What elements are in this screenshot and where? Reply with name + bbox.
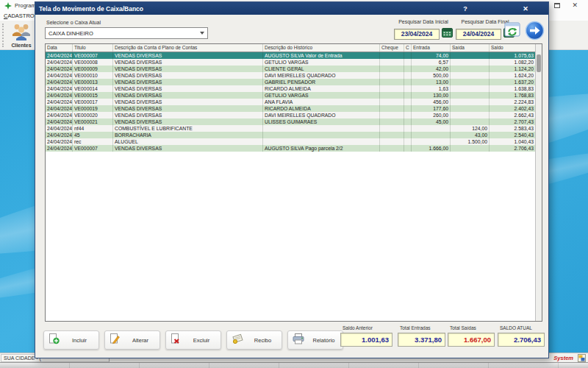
saldo-atual-value: 2.706,43 bbox=[514, 336, 541, 344]
table-row[interactable]: 24/04/2024VE000007VENDAS DIVERSASAUGUSTO… bbox=[46, 145, 535, 152]
cell-c bbox=[404, 112, 412, 118]
table-row[interactable]: 24/04/2024VE000015VENDAS DIVERSASGETULIO… bbox=[46, 92, 535, 99]
cell-entrada bbox=[412, 138, 451, 145]
close-window-icon[interactable]: ✕ bbox=[572, 2, 578, 9]
cell-historico: AUGUSTO SILVA Pago parcela 2/2 bbox=[263, 145, 380, 152]
cell-saida bbox=[451, 105, 490, 112]
recibo-button[interactable]: Recibo bbox=[226, 330, 282, 350]
cell-saldo: 2.402,43 bbox=[490, 105, 535, 112]
cell-c bbox=[404, 52, 412, 59]
cell-saldo: 2.583,43 bbox=[490, 125, 535, 132]
saldo-atual-label: SALDO ATUAL bbox=[498, 325, 545, 333]
grid-rows: 24/04/2024VE000007VENDAS DIVERSASAUGUSTO… bbox=[46, 52, 535, 321]
table-row[interactable]: 24/04/2024VE000020VENDAS DIVERSASDAVI ME… bbox=[46, 112, 535, 118]
table-row[interactable]: 24/04/2024VE000017VENDAS DIVERSASANA FLA… bbox=[46, 99, 535, 105]
menu-cadastros[interactable]: CADASTROS bbox=[4, 13, 38, 19]
column-header-conta[interactable]: Descrição da Conta d Plano de Contas bbox=[113, 44, 263, 52]
cell-historico: GABRIEL PENSADOR bbox=[263, 79, 380, 85]
caixa-selected-value: CAIXA DINHEIRO bbox=[49, 30, 200, 37]
column-header-cheque[interactable]: Cheque bbox=[380, 44, 404, 52]
table-row[interactable]: 24/04/2024nf44COMBUSTÍVEL E LUBRIFICANTE… bbox=[46, 125, 535, 132]
column-header-saida[interactable]: Saída bbox=[451, 44, 490, 52]
cell-saida bbox=[451, 66, 490, 72]
caixa-select[interactable]: CAIXA DINHEIRO bbox=[45, 27, 208, 39]
table-row[interactable]: 24/04/2024VE000009VENDAS DIVERSASCLIENTE… bbox=[46, 66, 535, 72]
table-row[interactable]: 24/04/2024recALUGUEL1.500,001.040,43 bbox=[46, 138, 535, 145]
cell-entrada: 74,00 bbox=[412, 52, 451, 59]
table-row[interactable]: 24/04/2024VE000021VENDAS DIVERSASULISSES… bbox=[46, 118, 535, 125]
cell-saldo: 2.706,43 bbox=[490, 145, 535, 152]
cell-data: 24/04/2024 bbox=[46, 52, 73, 59]
date-final-input[interactable]: 24/04/2024 bbox=[456, 29, 501, 40]
restore-window-icon[interactable] bbox=[554, 3, 560, 8]
table-row[interactable]: 24/04/202445BORRACHARIA43,002.540,43 bbox=[46, 132, 535, 138]
go-button[interactable] bbox=[525, 21, 545, 40]
cell-cheque bbox=[380, 66, 404, 72]
cell-data: 24/04/2024 bbox=[46, 79, 73, 85]
close-dialog-button[interactable]: ✕ bbox=[520, 4, 531, 13]
cell-entrada: 13,00 bbox=[412, 79, 451, 85]
column-header-historico[interactable]: Descrição do Histórico bbox=[263, 44, 380, 52]
status-tray-icon bbox=[578, 354, 586, 362]
cell-historico: GETULIO VARGAS bbox=[263, 59, 380, 66]
excluir-button[interactable]: Excluir bbox=[165, 330, 221, 350]
column-header-titulo[interactable]: Titulo bbox=[73, 44, 113, 52]
cell-c bbox=[404, 118, 412, 125]
cell-conta: VENDAS DIVERSAS bbox=[113, 105, 263, 112]
cell-saida bbox=[451, 112, 490, 118]
cell-c bbox=[404, 79, 412, 85]
total-saidas-group: Total Saídas 1.667,00 bbox=[448, 325, 495, 347]
cell-titulo: VE000007 bbox=[73, 145, 113, 152]
cell-conta: VENDAS DIVERSAS bbox=[113, 85, 263, 92]
saldo-anterior-value: 1.001,63 bbox=[362, 336, 389, 344]
table-scrollbar[interactable] bbox=[535, 44, 542, 321]
column-header-data[interactable]: Data bbox=[46, 44, 73, 52]
toolbar-item-clientes[interactable]: Clientes bbox=[7, 22, 36, 48]
cell-c bbox=[404, 72, 412, 79]
alterar-button[interactable]: Alterar bbox=[104, 330, 160, 350]
cell-saida: 124,00 bbox=[451, 125, 490, 132]
total-saidas-value: 1.667,00 bbox=[464, 336, 491, 344]
total-entradas-value: 3.371,80 bbox=[415, 336, 442, 344]
scrollbar-thumb[interactable] bbox=[537, 54, 541, 72]
cell-saida bbox=[451, 79, 490, 85]
total-saidas-label: Total Saídas bbox=[448, 325, 495, 333]
cell-conta: COMBUSTÍVEL E LUBRIFICANTE bbox=[113, 125, 263, 132]
cell-saida bbox=[451, 118, 490, 125]
table-row[interactable]: 24/04/2024VE000007VENDAS DIVERSASAUGUSTO… bbox=[46, 52, 535, 59]
incluir-button[interactable]: Incluir bbox=[43, 330, 99, 350]
cell-titulo: VE000017 bbox=[73, 99, 113, 105]
select-caixa-label: Selecione o Caixa Atual bbox=[46, 20, 101, 25]
date-initial-input[interactable]: 23/04/2024 bbox=[394, 29, 440, 40]
cell-saldo: 1.082,20 bbox=[490, 59, 535, 66]
cell-entrada: 500,00 bbox=[412, 72, 451, 79]
table-row[interactable]: 24/04/2024VE000010VENDAS DIVERSASDAVI ME… bbox=[46, 72, 535, 79]
cell-saldo: 1.768,83 bbox=[490, 92, 535, 99]
column-header-entrada[interactable]: Entrada bbox=[412, 44, 451, 52]
cell-data: 24/04/2024 bbox=[46, 138, 73, 145]
screen: Programa P ✕ CADASTROS Clientes F bbox=[0, 0, 588, 368]
table-row[interactable]: 24/04/2024VE000019VENDAS DIVERSASRICARDO… bbox=[46, 105, 535, 112]
add-icon bbox=[49, 333, 60, 347]
table-row[interactable]: 24/04/2024VE000013VENDAS DIVERSASGABRIEL… bbox=[46, 79, 535, 85]
cell-cheque bbox=[380, 112, 404, 118]
cell-saldo: 1.637,20 bbox=[490, 79, 535, 85]
cell-titulo: VE000019 bbox=[73, 105, 113, 112]
cell-data: 24/04/2024 bbox=[46, 72, 73, 79]
cell-cheque bbox=[380, 79, 404, 85]
table-row[interactable]: 24/04/2024VE000014VENDAS DIVERSASRICARDO… bbox=[46, 85, 535, 92]
column-header-saldo[interactable]: Saldo bbox=[490, 44, 535, 52]
relatorio-button[interactable]: Relatório bbox=[287, 330, 343, 350]
cell-saldo: 1.638,83 bbox=[490, 85, 535, 92]
taskbar[interactable] bbox=[0, 362, 588, 368]
cell-conta: VENDAS DIVERSAS bbox=[113, 72, 263, 79]
help-button[interactable]: ? bbox=[459, 4, 471, 13]
chevron-down-icon bbox=[200, 32, 204, 35]
column-header-c[interactable]: C bbox=[404, 44, 412, 52]
cell-data: 24/04/2024 bbox=[46, 145, 73, 152]
refresh-button[interactable] bbox=[503, 21, 521, 38]
table-row[interactable]: 24/04/2024VE000008VENDAS DIVERSASGETULIO… bbox=[46, 59, 535, 66]
dialog-titlebar[interactable]: Tela do Movimento de Caixa/Banco ? ✕ bbox=[35, 2, 548, 15]
cell-conta: VENDAS DIVERSAS bbox=[113, 99, 263, 105]
app-logo-icon bbox=[4, 2, 12, 10]
